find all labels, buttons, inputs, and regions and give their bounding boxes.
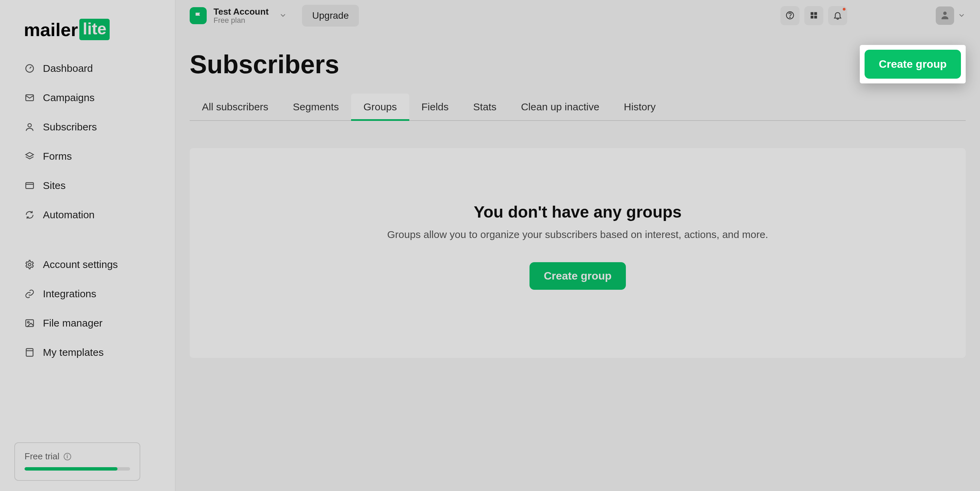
tab-clean-up-inactive[interactable]: Clean up inactive [509, 94, 612, 120]
sidebar-item-account-settings[interactable]: Account settings [14, 250, 161, 279]
svg-point-14 [943, 11, 947, 15]
chevron-down-icon[interactable] [958, 11, 966, 21]
sidebar-item-label: Dashboard [43, 63, 93, 74]
sidebar-item-label: My templates [43, 346, 103, 358]
brand-name-part1: mailer [24, 19, 78, 40]
sidebar-item-label: Campaigns [43, 92, 95, 103]
trial-progress-fill [24, 467, 118, 470]
sidebar-item-label: File manager [43, 317, 102, 329]
svg-rect-12 [811, 16, 813, 18]
sidebar-item-label: Forms [43, 151, 72, 162]
notification-dot-icon [842, 7, 846, 11]
tab-history[interactable]: History [612, 94, 668, 120]
sidebar-item-label: Integrations [43, 288, 96, 300]
sidebar-item-forms[interactable]: Forms [14, 141, 161, 171]
account-switcher[interactable]: Test Account Free plan [190, 7, 294, 25]
apps-button[interactable] [804, 6, 823, 25]
create-group-button[interactable]: Create group [865, 50, 961, 79]
account-name: Test Account [213, 7, 269, 17]
sidebar-item-label: Sites [43, 180, 66, 191]
tab-all-subscribers[interactable]: All subscribers [190, 94, 281, 120]
user-icon [24, 122, 35, 132]
account-plan: Free plan [213, 16, 269, 24]
trial-status-box[interactable]: Free trial i [14, 442, 140, 481]
chevron-down-icon[interactable] [279, 11, 287, 21]
sidebar-item-dashboard[interactable]: Dashboard [14, 54, 161, 83]
refresh-icon [24, 210, 35, 220]
sidebar-item-sites[interactable]: Sites [14, 171, 161, 200]
notifications-button[interactable] [828, 6, 847, 25]
brand-logo[interactable]: mailerlite [0, 0, 175, 54]
svg-rect-10 [811, 12, 813, 14]
svg-rect-5 [26, 320, 34, 327]
subscribers-tabs: All subscribers Segments Groups Fields S… [190, 94, 966, 121]
avatar [936, 6, 954, 25]
flag-icon [190, 7, 207, 24]
trial-label: Free trial [24, 451, 60, 462]
sidebar: mailerlite Dashboard Campaigns Subscribe… [0, 0, 175, 491]
image-icon [24, 318, 35, 328]
svg-rect-7 [26, 349, 33, 356]
help-icon [785, 11, 795, 21]
user-icon [940, 10, 950, 21]
empty-state-card: You don't have any groups Groups allow y… [190, 148, 966, 358]
svg-rect-3 [26, 183, 34, 189]
gear-icon [24, 259, 35, 270]
create-group-highlight: Create group [860, 45, 966, 83]
topbar: Test Account Free plan Upgrade [175, 0, 980, 31]
sidebar-item-subscribers[interactable]: Subscribers [14, 112, 161, 141]
tab-groups[interactable]: Groups [351, 94, 409, 120]
svg-rect-13 [814, 16, 817, 18]
tab-fields[interactable]: Fields [409, 94, 461, 120]
sidebar-item-label: Automation [43, 209, 95, 221]
sidebar-item-file-manager[interactable]: File manager [14, 308, 161, 338]
help-button[interactable] [780, 6, 800, 25]
template-icon [24, 347, 35, 358]
sidebar-item-campaigns[interactable]: Campaigns [14, 83, 161, 112]
layers-icon [24, 151, 35, 161]
grid-icon [809, 11, 819, 21]
empty-state-title: You don't have any groups [474, 203, 682, 221]
page-header-row: Subscribers Create group [190, 45, 966, 83]
sidebar-nav: Dashboard Campaigns Subscribers Forms Si… [0, 54, 175, 367]
sidebar-item-automation[interactable]: Automation [14, 200, 161, 229]
sidebar-item-label: Account settings [43, 259, 118, 270]
user-menu[interactable] [936, 6, 966, 25]
sidebar-item-integrations[interactable]: Integrations [14, 279, 161, 308]
link-icon [24, 289, 35, 299]
bell-icon [833, 11, 842, 21]
tab-segments[interactable]: Segments [281, 94, 351, 120]
tab-stats[interactable]: Stats [461, 94, 509, 120]
svg-point-4 [28, 263, 31, 266]
empty-state-subtitle: Groups allow you to organize your subscr… [387, 229, 768, 240]
svg-rect-11 [814, 12, 817, 14]
info-icon: i [64, 453, 71, 460]
brand-name-part2: lite [80, 19, 110, 40]
page-title: Subscribers [190, 49, 339, 79]
trial-progress-bar [24, 467, 130, 470]
sidebar-item-my-templates[interactable]: My templates [14, 338, 161, 367]
svg-point-9 [790, 17, 790, 17]
envelope-icon [24, 93, 35, 103]
gauge-icon [24, 64, 35, 73]
svg-point-2 [28, 124, 31, 127]
main-content: Test Account Free plan Upgrade [175, 0, 980, 491]
create-group-button-inline[interactable]: Create group [530, 262, 626, 290]
upgrade-button[interactable]: Upgrade [302, 5, 359, 27]
browser-icon [24, 181, 35, 191]
svg-point-6 [28, 321, 29, 323]
sidebar-item-label: Subscribers [43, 121, 97, 133]
